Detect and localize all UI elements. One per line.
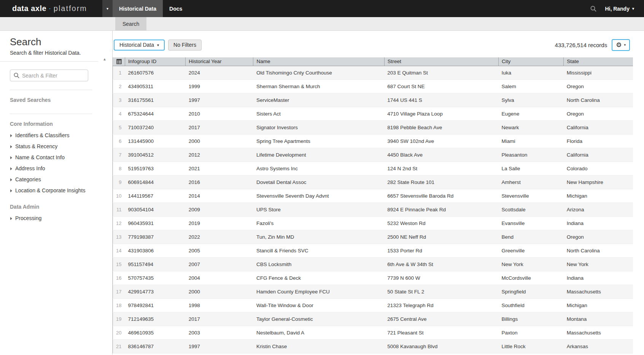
cell-street: 3940 SW 102nd Ave: [384, 134, 498, 148]
column-header-street[interactable]: Street: [384, 57, 498, 66]
sidebar-item-name-contact-info[interactable]: Name & Contact Info: [0, 152, 98, 163]
no-filters-button[interactable]: No Filters: [168, 40, 202, 51]
cell-name: Sherman Sherman & Murch: [253, 79, 384, 93]
cell-city: Paxton: [499, 326, 564, 339]
cell-city: Scottsdale: [499, 203, 564, 216]
section-heading-core-information: Core Information: [0, 114, 98, 128]
cell-infogroup-id: 261607576: [125, 66, 186, 79]
cell-city: Iuka: [499, 66, 564, 79]
table-row[interactable]: 197121496352017Taylor General-Cosmetic26…: [113, 312, 633, 326]
search-filter-input[interactable]: [22, 73, 84, 79]
cell-historical-year: 2007: [186, 257, 253, 271]
subtab-search[interactable]: Search: [115, 17, 146, 30]
table-row[interactable]: 96069148442016Dovetail Dental Assoc282 S…: [113, 175, 633, 189]
cell-infogroup-id: 519519763: [125, 162, 186, 175]
dataset-dropdown-button[interactable]: Historical Data ▾: [114, 40, 165, 51]
sidebar-item-processing[interactable]: Processing: [0, 213, 98, 224]
table-row[interactable]: 57100372402017Signator Investors8198 Peb…: [113, 120, 633, 134]
cell-city: Stevensville: [499, 189, 564, 203]
table-row[interactable]: 174299147732000Hamden County Employee FC…: [113, 285, 633, 298]
column-header-state[interactable]: State: [564, 57, 633, 66]
search-icon[interactable]: [590, 6, 596, 12]
cell-street: 721 Pleasant St: [384, 326, 498, 339]
table-row[interactable]: 137791983872022Tun, Zin Min MD2500 NE Ne…: [113, 230, 633, 244]
table-row[interactable]: 73910045122012Lifetime Development4450 B…: [113, 148, 633, 162]
cell-infogroup-id: 316175561: [125, 93, 186, 107]
table-row[interactable]: 119030541042009UPS Store8924 E Pinnacle …: [113, 203, 633, 216]
settings-gear-button[interactable]: ⚙ ▾: [612, 39, 630, 51]
cell-city: Greenville: [499, 244, 564, 257]
sidebar-search-box[interactable]: [10, 70, 88, 81]
scroll-gutter: ▲: [98, 31, 112, 355]
cell-historical-year: 2010: [186, 107, 253, 120]
cell-state: Oregon: [564, 79, 633, 93]
user-menu[interactable]: Hi, Randy ▾: [605, 6, 634, 12]
cell-name: Old Tishomingo Cnty Courthouse: [253, 66, 384, 79]
app-switcher-button[interactable]: ▾: [102, 0, 113, 17]
sidebar-item-address-info[interactable]: Address Info: [0, 163, 98, 174]
cell-historical-year: 1998: [186, 298, 253, 312]
table-row[interactable]: 165707574352004CFG Fence & Deck7739 N 60…: [113, 271, 633, 285]
row-number: 19: [113, 312, 125, 326]
table-row[interactable]: 33161755611997ServiceMaster1744 US 441 S…: [113, 93, 633, 107]
scroll-up-arrow[interactable]: ▲: [103, 57, 107, 61]
column-picker-header[interactable]: [113, 57, 125, 66]
results-table: Infogroup ID Historical Year Name Street…: [113, 57, 633, 353]
cell-infogroup-id: 429914773: [125, 285, 186, 298]
cell-infogroup-id: 144119567: [125, 189, 186, 203]
sidebar-item-location-corporate-insights[interactable]: Location & Corporate Insights: [0, 185, 98, 196]
row-number: 12: [113, 216, 125, 230]
table-row[interactable]: 204696109352003Nestelbaum, David A721 Pl…: [113, 326, 633, 339]
cell-street: 21323 Telegraph Rd: [384, 298, 498, 312]
cell-name: Tun, Zin Min MD: [253, 230, 384, 244]
cell-name: Sisters Act: [253, 107, 384, 120]
chevron-right-icon: [10, 145, 12, 148]
sidebar-item-identifiers-classifiers[interactable]: Identifiers & Classifiers: [0, 130, 98, 141]
table-row[interactable]: 129604359312019Fazoli's5232 Weston RdEva…: [113, 216, 633, 230]
cell-historical-year: 2012: [186, 148, 253, 162]
cell-name: Hamden County Employee FCU: [253, 285, 384, 298]
cell-name: UPS Store: [253, 203, 384, 216]
cell-infogroup-id: 434905311: [125, 79, 186, 93]
cell-infogroup-id: 903054104: [125, 203, 186, 216]
cell-historical-year: 2003: [186, 326, 253, 339]
logo-product: platform: [54, 4, 87, 13]
column-header-city[interactable]: City: [499, 57, 564, 66]
table-row[interactable]: 101441195672014Stevensville Seventh Day …: [113, 189, 633, 203]
tab-docs[interactable]: Docs: [163, 0, 189, 17]
table-row[interactable]: 144319038062005Stancill & Friends SVC153…: [113, 244, 633, 257]
table-row[interactable]: 12616075762024Old Tishomingo Cnty Courth…: [113, 66, 633, 79]
sidebar-item-categories[interactable]: Categories: [0, 174, 98, 185]
table-row[interactable]: 85195197632021Astro Systems Inc124 N 2nd…: [113, 162, 633, 175]
section-heading-data-admin: Data Admin: [0, 197, 98, 211]
main-content: Historical Data ▾ No Filters 433,726,514…: [112, 31, 644, 355]
column-header-infogroup-id[interactable]: Infogroup ID: [125, 57, 186, 66]
table-row[interactable]: 159511574942007CBS Locksmith6th Ave & W …: [113, 257, 633, 271]
table-row[interactable]: 189784928411998Wall-Tite Window & Door21…: [113, 298, 633, 312]
column-header-historical-year[interactable]: Historical Year: [186, 57, 253, 66]
row-number: 16: [113, 271, 125, 285]
table-row[interactable]: 218361467871997Kristin Chase5008 Kavanau…: [113, 339, 633, 353]
row-number: 18: [113, 298, 125, 312]
cell-street: 282 State Route 101: [384, 175, 498, 189]
sidebar-item-status-recency[interactable]: Status & Recency: [0, 141, 98, 152]
row-number: 8: [113, 162, 125, 175]
cell-infogroup-id: 779198387: [125, 230, 186, 244]
cell-street: 4710 Village Plaza Loop: [384, 107, 498, 120]
cell-infogroup-id: 978492841: [125, 298, 186, 312]
tab-historical-data[interactable]: Historical Data: [113, 0, 163, 17]
table-row[interactable]: 61314459002000Spring Tree Apartments3940…: [113, 134, 633, 148]
table-row[interactable]: 24349053111999Sherman Sherman & Murch687…: [113, 79, 633, 93]
cell-historical-year: 2016: [186, 175, 253, 189]
cell-name: Dovetail Dental Assoc: [253, 175, 384, 189]
search-icon: [14, 73, 19, 78]
logo-dot-icon: ·: [49, 6, 51, 12]
row-number: 5: [113, 120, 125, 134]
table-row[interactable]: 46753246442010Sisters Act4710 Village Pl…: [113, 107, 633, 120]
column-header-name[interactable]: Name: [253, 57, 384, 66]
cell-street: 1533 Porter Rd: [384, 244, 498, 257]
cell-name: Nestelbaum, David A: [253, 326, 384, 339]
sidebar: Search Search & filter Historical Data. …: [0, 31, 98, 355]
cell-street: 203 E Quitman St: [384, 66, 498, 79]
chevron-down-icon: ▾: [157, 43, 159, 47]
